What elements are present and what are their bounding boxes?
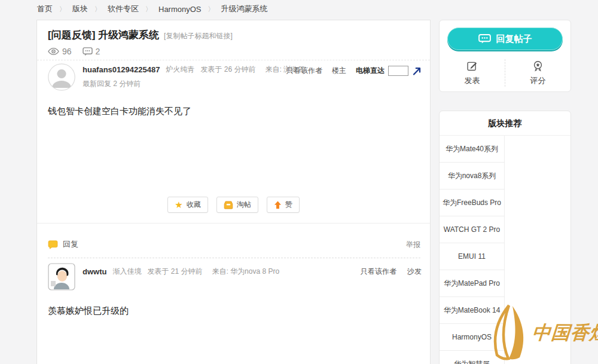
breadcrumb-software-zone[interactable]: 软件专区 — [108, 4, 139, 14]
reply-controls: 只看该作者 沙发 — [361, 267, 422, 277]
op-post-time: 发表于 26 分钟前 — [200, 65, 255, 75]
thread-panel: [问题反馈] 升级鸿蒙系统 [复制帖子标题和链接] 96 2 huafans01… — [36, 20, 431, 364]
post-actions: ★ 收藏 淘帖 赞 — [37, 197, 430, 213]
breadcrumb-home[interactable]: 首页 — [37, 4, 53, 14]
reply-content: 羡慕嫉妒恨已升级的 — [48, 305, 420, 317]
report-link[interactable]: 举报 — [406, 240, 420, 250]
post-title: [问题反馈] 升级鸿蒙系统 — [48, 28, 159, 42]
taotie-button[interactable]: 淘帖 — [216, 197, 258, 213]
like-label: 赞 — [285, 200, 292, 210]
board-item-freebuds-pro[interactable]: 华为FreeBuds Pro — [440, 189, 505, 216]
op-avatar[interactable] — [48, 63, 75, 91]
board-item-emui11[interactable]: EMUI 11 — [440, 243, 505, 270]
like-button[interactable]: 赞 — [267, 197, 300, 213]
board-item-watch-gt2-pro[interactable]: WATCH GT 2 Pro — [440, 216, 505, 243]
reply-username[interactable]: dwwtu — [83, 267, 106, 276]
elevator-group: 电梯直达 — [356, 66, 422, 76]
op-info: huafans01294225487 炉火纯青 发表于 26 分钟前 来自: 浏… — [83, 65, 305, 89]
elevator-label: 电梯直达 — [356, 66, 385, 76]
views-count: 96 — [62, 47, 72, 56]
edit-icon — [466, 60, 478, 72]
star-icon: ★ — [175, 200, 182, 209]
op-controls: 只看该作者 楼主 电梯直达 — [286, 66, 422, 76]
reply-thread-label: 回复帖子 — [496, 33, 532, 45]
reply-section-title: 回复 — [63, 239, 78, 250]
only-author-link[interactable]: 只看该作者 — [286, 66, 322, 76]
reply-section-header: 回复 举报 — [48, 239, 420, 250]
comments-count: 2 — [96, 47, 100, 56]
board-item-matepad-pro[interactable]: 华为MatePad Pro — [440, 270, 505, 297]
favorite-label: 收藏 — [187, 200, 201, 210]
reply-avatar[interactable] — [48, 263, 75, 290]
basket-icon — [224, 201, 233, 209]
elevator-floor-input[interactable] — [388, 66, 408, 76]
reply-post-time: 发表于 21 分钟前 — [147, 267, 202, 277]
rate-label: 评分 — [530, 75, 546, 86]
comments-stat: 2 — [83, 47, 100, 56]
op-level: 炉火纯青 — [166, 65, 194, 75]
breadcrumb-forums[interactable]: 版块 — [72, 4, 88, 14]
breadcrumb-separator: 〉 — [59, 5, 66, 14]
reply-author-info: dwwtu 渐入佳境 发表于 21 分钟前 来自: 华为nova 8 Pro — [83, 267, 279, 277]
op-username[interactable]: huafans01294225487 — [83, 65, 160, 74]
publish-button[interactable]: 发表 — [440, 56, 505, 90]
eye-icon — [48, 47, 59, 56]
favorite-button[interactable]: ★ 收藏 — [167, 197, 208, 213]
taotie-label: 淘帖 — [237, 200, 251, 210]
breadcrumb-separator: 〉 — [145, 5, 152, 14]
divider — [37, 223, 430, 224]
breadcrumb-separator: 〉 — [208, 5, 215, 14]
reply-card: 回复帖子 发表 评分 — [439, 20, 571, 92]
breadcrumb: 首页 〉 版块 〉 软件专区 〉 HarmonyOS 〉 升级鸿蒙系统 — [0, 0, 598, 18]
reply-thread-button[interactable]: 回复帖子 — [447, 27, 563, 50]
medal-star-icon — [532, 60, 544, 72]
recommend-title: 版块推荐 — [440, 111, 570, 136]
divider — [37, 60, 430, 60]
board-item-smart-screen[interactable]: 华为智慧屏 — [440, 351, 505, 364]
board-item-harmonyos[interactable]: HarmonyOS — [440, 324, 505, 351]
post-stats: 96 2 — [48, 47, 100, 56]
floor-badge: 楼主 — [332, 66, 346, 76]
reply-level: 渐入佳境 — [112, 267, 141, 277]
breadcrumb-current-thread[interactable]: 升级鸿蒙系统 — [221, 4, 268, 14]
recommend-card: 版块推荐 华为Mate40系列 华为nova8系列 华为FreeBuds Pro… — [439, 111, 571, 364]
reply-bubble-icon — [48, 240, 58, 249]
rate-button[interactable]: 评分 — [505, 56, 570, 90]
board-item-nova8[interactable]: 华为nova8系列 — [440, 163, 505, 189]
board-item-mate40[interactable]: 华为Mate40系列 — [440, 136, 505, 163]
copy-title-link[interactable]: [复制帖子标题和链接] — [164, 31, 233, 41]
floor-badge: 沙发 — [407, 267, 422, 277]
views-stat: 96 — [48, 47, 72, 56]
reply-device: 来自: 华为nova 8 Pro — [212, 267, 279, 277]
breadcrumb-harmonyos[interactable]: HarmonyOS — [158, 5, 202, 14]
board-item-matebook14[interactable]: 华为MateBook 14 — [440, 297, 505, 324]
only-author-link[interactable]: 只看该作者 — [361, 267, 396, 277]
up-arrow-icon — [274, 201, 282, 209]
recommend-list: 华为Mate40系列 华为nova8系列 华为FreeBuds Pro WATC… — [440, 136, 505, 364]
divider — [48, 258, 420, 258]
post-content: 钱包智卡创建空白卡功能消失不见了 — [48, 106, 420, 117]
comment-bubble-icon — [83, 47, 93, 56]
post-title-row: [问题反馈] 升级鸿蒙系统 [复制帖子标题和链接] — [48, 28, 420, 42]
publish-label: 发表 — [465, 75, 480, 86]
reply-bubble-dots-icon — [478, 34, 491, 44]
op-last-reply: 最新回复 2 分钟前 — [83, 79, 305, 89]
breadcrumb-separator: 〉 — [94, 5, 101, 14]
jump-arrow-icon[interactable] — [412, 66, 422, 76]
